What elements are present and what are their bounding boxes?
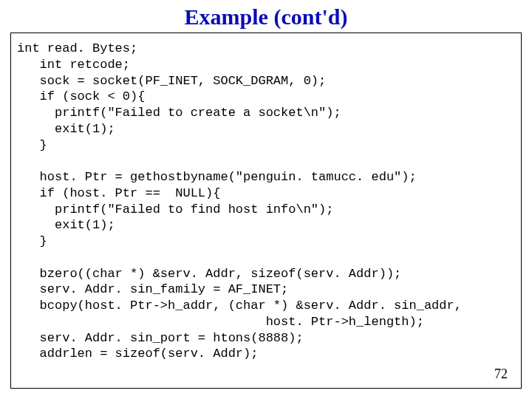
slide: Example (cont'd) int read. Bytes; int re… [0,0,532,399]
page-number: 72 [494,366,508,382]
slide-title: Example (cont'd) [0,0,532,33]
code-box: int read. Bytes; int retcode; sock = soc… [10,33,522,389]
code-block: int read. Bytes; int retcode; sock = soc… [17,41,515,362]
